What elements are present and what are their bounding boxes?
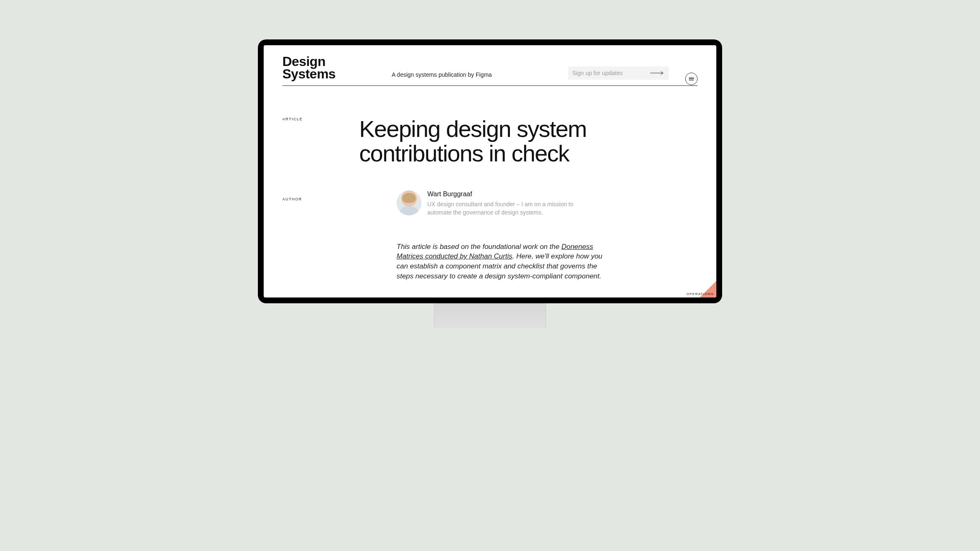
arrow-right-icon[interactable]	[650, 71, 664, 75]
author-text: Wart Burggraaf UX design consultant and …	[427, 190, 598, 217]
label-author: AUTHOR	[282, 197, 359, 201]
author-block: Wart Burggraaf UX design consultant and …	[397, 190, 635, 217]
corner-label: OPERATIONS	[686, 292, 714, 296]
signup-form[interactable]	[568, 66, 669, 80]
author-name: Wart Burggraaf	[427, 190, 598, 198]
signup-input[interactable]	[572, 70, 650, 76]
site-logo[interactable]: Design Systems	[282, 55, 336, 80]
article-content: ARTICLE AUTHOR Keeping design system con…	[282, 86, 698, 281]
hamburger-icon	[689, 77, 694, 81]
label-article: ARTICLE	[282, 117, 359, 121]
article-main: Keeping design system contributions in c…	[359, 117, 698, 281]
monitor-bezel: Design Systems A design systems publicat…	[258, 39, 722, 303]
logo-line-2: Systems	[282, 68, 336, 80]
corner-tag[interactable]: OPERATIONS	[681, 275, 716, 297]
monitor-stand	[434, 303, 546, 328]
monitor-mockup: Design Systems A design systems publicat…	[258, 39, 722, 328]
screen: Design Systems A design systems publicat…	[264, 45, 716, 297]
menu-button[interactable]	[685, 73, 698, 85]
site-header: Design Systems A design systems publicat…	[282, 55, 698, 86]
article-title: Keeping design system contributions in c…	[359, 117, 635, 166]
author-bio: UX design consultant and founder – I am …	[427, 200, 598, 217]
article-intro: This article is based on the foundationa…	[397, 242, 612, 281]
side-labels: ARTICLE AUTHOR	[282, 117, 359, 281]
intro-prefix: This article is based on the foundationa…	[397, 243, 561, 251]
author-avatar	[397, 190, 421, 215]
site-tagline: A design systems publication by Figma	[336, 71, 568, 80]
logo-line-1: Design	[282, 55, 336, 68]
